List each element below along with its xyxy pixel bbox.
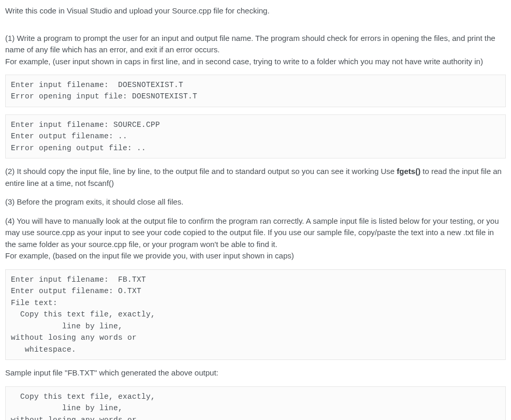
code-block-1: Enter input filename: DOESNOTEXIST.T Err… [5, 75, 506, 107]
part3-text: (3) Before the program exits, it should … [5, 196, 506, 208]
part4-text: (4) You will have to manually look at th… [5, 215, 506, 262]
part1-line-a: (1) Write a program to prompt the user f… [5, 34, 495, 54]
code-block-4: Copy this text file, exactly, line by li… [5, 386, 506, 420]
part2-text: (2) It should copy the input file, line … [5, 166, 506, 189]
code-block-2: Enter input filename: SOURCE.CPP Enter o… [5, 114, 506, 158]
part1-text: (1) Write a program to prompt the user f… [5, 33, 506, 68]
part2-prefix: (2) It should copy the input file, line … [5, 167, 397, 176]
part1-line-b: For example, (user input shown in caps i… [5, 57, 483, 66]
part4-line-b: For example, (based on the input file we… [5, 251, 294, 260]
sample-label: Sample input file "FB.TXT" which generat… [5, 367, 506, 379]
code-block-3: Enter input filename: FB.TXT Enter outpu… [5, 269, 506, 360]
intro-text: Write this code in Visual Studio and upl… [5, 5, 506, 17]
part4-line-a: (4) You will have to manually look at th… [5, 216, 499, 249]
part2-bold: fgets() [397, 167, 420, 176]
